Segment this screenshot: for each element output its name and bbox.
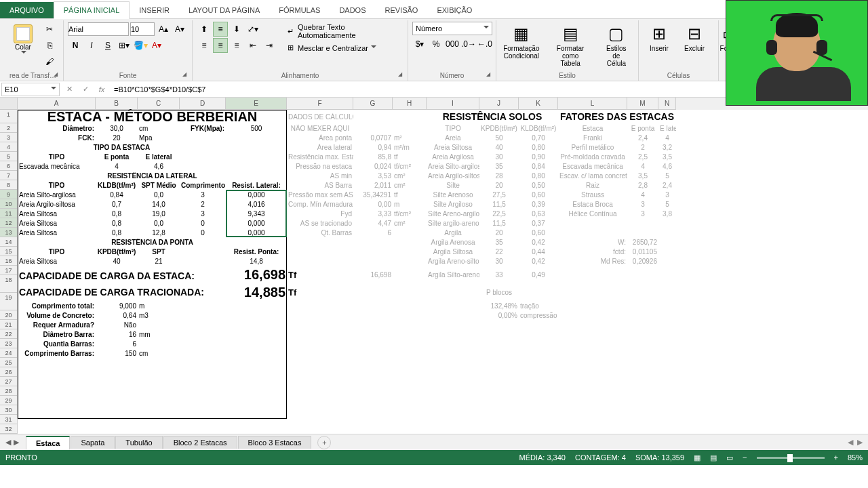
sheet-tab-bloco2[interactable]: Bloco 2 Estacas: [163, 436, 237, 449]
font-name-select[interactable]: [68, 22, 129, 36]
zoom-level[interactable]: 85%: [848, 453, 863, 462]
tab-view[interactable]: EXIBIÇÃO: [427, 2, 481, 18]
orientation-button[interactable]: ⤢▾: [245, 22, 260, 37]
row-header[interactable]: 2: [0, 123, 18, 133]
row-header[interactable]: 4: [0, 142, 18, 152]
align-middle-button[interactable]: ≡: [213, 22, 228, 37]
col-header[interactable]: A: [18, 98, 96, 110]
bold-button[interactable]: N: [68, 38, 83, 53]
tab-formulas[interactable]: FÓRMULAS: [269, 2, 330, 18]
row-header[interactable]: 30: [0, 405, 18, 415]
decrease-font-button[interactable]: A▾: [172, 22, 187, 37]
row-header[interactable]: 1: [0, 110, 18, 123]
row-header[interactable]: 7: [0, 171, 18, 180]
align-right-button[interactable]: ≡: [229, 38, 244, 53]
col-header-selected[interactable]: E: [226, 98, 287, 110]
tab-file[interactable]: ARQUIVO: [0, 2, 54, 18]
row-header[interactable]: 13: [0, 228, 18, 237]
cancel-formula-button[interactable]: ✕: [61, 85, 77, 94]
accept-formula-button[interactable]: ✓: [77, 85, 94, 94]
row-header[interactable]: 21: [0, 320, 18, 329]
row-header[interactable]: 20: [0, 310, 18, 320]
scroll-left-icon[interactable]: ◀: [848, 438, 853, 447]
row-header[interactable]: 16: [0, 256, 18, 266]
row-header[interactable]: 11: [0, 209, 18, 218]
tab-review[interactable]: REVISÃO: [376, 2, 428, 18]
row-header[interactable]: 9: [0, 190, 18, 199]
sheet-tab-sapata[interactable]: Sapata: [71, 436, 115, 449]
percent-button[interactable]: %: [429, 37, 443, 52]
increase-font-button[interactable]: A▴: [156, 22, 171, 37]
col-header[interactable]: F: [287, 98, 353, 110]
align-left-button[interactable]: ≡: [197, 38, 212, 53]
dialog-launcher-icon[interactable]: ◢: [398, 71, 406, 79]
format-painter-button[interactable]: 🖌: [42, 54, 57, 69]
zoom-out-button[interactable]: −: [743, 453, 747, 462]
col-header[interactable]: N: [658, 98, 676, 110]
row-header[interactable]: 24: [0, 348, 18, 358]
view-normal-icon[interactable]: ▦: [694, 453, 701, 462]
col-header[interactable]: H: [393, 98, 427, 110]
view-page-layout-icon[interactable]: ▤: [710, 453, 717, 462]
row-header[interactable]: 26: [0, 367, 18, 377]
cell-styles-button[interactable]: ▢ Estilos de Célula: [599, 22, 634, 70]
row-header[interactable]: 15: [0, 247, 18, 256]
select-all-corner[interactable]: [0, 98, 18, 110]
add-sheet-button[interactable]: +: [317, 436, 331, 449]
col-header[interactable]: K: [519, 98, 558, 110]
tab-home[interactable]: PÁGINA INICIAL: [54, 1, 130, 19]
comma-button[interactable]: 000: [445, 37, 460, 52]
merge-center-button[interactable]: ⊞ Mesclar e Centralizar: [285, 42, 403, 54]
name-box[interactable]: E10: [1, 83, 60, 96]
align-bottom-button[interactable]: ⬇: [229, 22, 244, 37]
col-header[interactable]: B: [96, 98, 138, 110]
tab-data[interactable]: DADOS: [330, 2, 375, 18]
dialog-launcher-icon[interactable]: ◢: [54, 71, 62, 79]
col-header[interactable]: G: [353, 98, 393, 110]
wrap-text-button[interactable]: ↵ Quebrar Texto Automaticamente: [285, 22, 403, 41]
underline-button[interactable]: S: [100, 38, 115, 53]
decrease-decimal-button[interactable]: ←.0: [477, 37, 492, 52]
sheet-tab-tubulao[interactable]: Tubulão: [115, 436, 162, 449]
currency-button[interactable]: $▾: [412, 37, 427, 52]
row-header[interactable]: 25: [0, 358, 18, 367]
col-header[interactable]: L: [558, 98, 627, 110]
row-header[interactable]: 28: [0, 386, 18, 396]
row-header[interactable]: 17: [0, 266, 18, 275]
col-header[interactable]: C: [138, 98, 180, 110]
col-header[interactable]: I: [427, 98, 479, 110]
dialog-launcher-icon[interactable]: ◢: [486, 71, 494, 79]
row-header[interactable]: 22: [0, 329, 18, 339]
col-header[interactable]: D: [180, 98, 226, 110]
col-header[interactable]: M: [627, 98, 658, 110]
row-header[interactable]: 23: [0, 339, 18, 348]
row-header[interactable]: 18: [0, 275, 18, 293]
row-header[interactable]: 3: [0, 133, 18, 142]
row-header[interactable]: 31: [0, 415, 18, 424]
font-size-select[interactable]: [130, 22, 155, 36]
zoom-slider[interactable]: [757, 457, 825, 459]
decrease-indent-button[interactable]: ⇤: [245, 38, 260, 53]
spreadsheet-grid[interactable]: A B C D E F G H I J K L M N 123456789101…: [0, 98, 868, 434]
view-page-break-icon[interactable]: ▭: [726, 453, 733, 462]
sheet-tab-estaca[interactable]: Estaca: [26, 436, 70, 449]
font-color-button[interactable]: A▾: [149, 38, 164, 53]
row-header[interactable]: 12: [0, 218, 18, 228]
paste-button[interactable]: Colar: [7, 22, 39, 59]
align-top-button[interactable]: ⬆: [197, 22, 212, 37]
row-header[interactable]: 14: [0, 237, 18, 247]
row-header[interactable]: 10: [0, 199, 18, 209]
col-header[interactable]: J: [479, 98, 519, 110]
cut-button[interactable]: ✂: [42, 22, 57, 37]
increase-decimal-button[interactable]: .0→: [461, 37, 476, 52]
number-format-select[interactable]: Número: [412, 22, 492, 35]
row-header[interactable]: 5: [0, 152, 18, 161]
row-header[interactable]: 8: [0, 180, 18, 190]
increase-indent-button[interactable]: ⇥: [262, 38, 277, 53]
row-header[interactable]: 32: [0, 424, 18, 434]
delete-cells-button[interactable]: ⊟ Excluir: [678, 22, 711, 55]
insert-cells-button[interactable]: ⊞ Inserir: [643, 22, 675, 55]
tab-insert[interactable]: INSERIR: [130, 2, 179, 18]
borders-button[interactable]: ⊞▾: [117, 38, 132, 53]
scroll-right-icon[interactable]: ▶: [857, 438, 863, 447]
